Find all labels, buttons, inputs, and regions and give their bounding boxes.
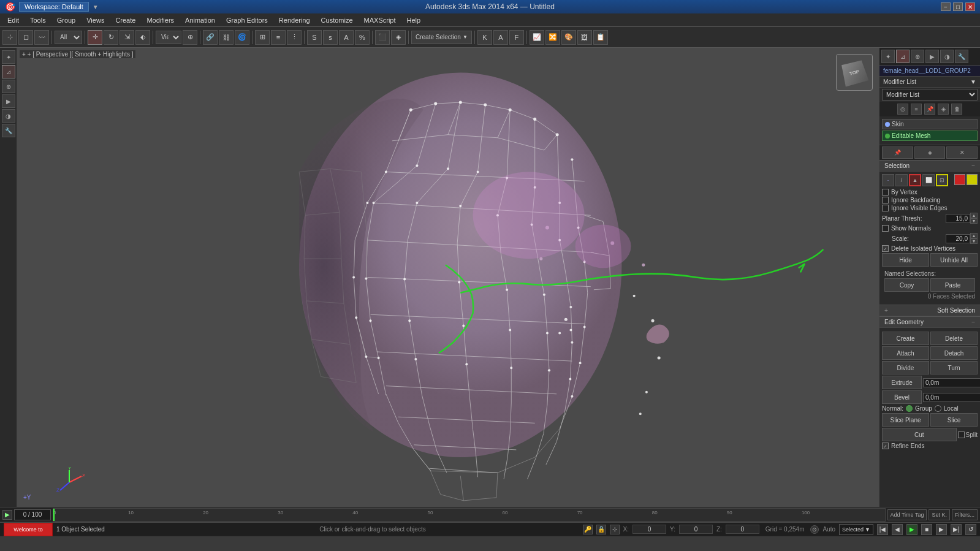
scale-down[interactable]: ▼ [970,238,978,244]
polygon-icon[interactable]: ⬜ [922,174,935,186]
mini-play-button[interactable]: ▶ [2,510,12,520]
attach-button[interactable]: Attach [882,346,929,360]
create-selection-button[interactable]: Create Selection ▼ [411,31,472,44]
freehand-select-tool[interactable]: 〰 [34,30,49,45]
stop-button[interactable]: ■ [921,524,932,535]
edit-geometry-header[interactable]: Edit Geometry − [879,316,980,328]
by-vertex-checkbox[interactable] [882,189,889,196]
select-scale-tool[interactable]: ⇲ [120,30,134,45]
ignore-visible-checkbox[interactable] [882,205,889,211]
bind-space-warp-tool[interactable]: 🌀 [235,30,249,45]
pin-stack-icon[interactable]: 📌 [924,104,935,115]
next-frame-button[interactable]: ▶ [936,524,947,535]
create-panel-icon[interactable]: ✦ [881,50,895,63]
stack-unique-btn[interactable]: ◈ [914,146,946,159]
copy-button[interactable]: Copy [884,278,929,292]
unhide-all-button[interactable]: Unhide All [930,253,978,267]
show-normals-checkbox[interactable] [882,225,889,232]
color-swatch-1[interactable] [954,174,965,185]
go-end-button[interactable]: ▶| [951,524,962,535]
go-start-button[interactable]: |◀ [877,524,888,535]
snap-toggle-3d[interactable]: S [307,30,322,45]
timeline-ruler[interactable]: 0 10 20 30 40 50 60 70 80 90 100 [53,508,886,522]
modifier-list-dropdown[interactable]: Modifier List [882,89,978,101]
scale-spinner[interactable]: ▲ ▼ [970,233,978,244]
menu-modifiers[interactable]: Modifiers [142,15,179,25]
viewport[interactable]: + + [ Perspective ][ Smooth + Highlights… [17,48,879,507]
snap-icon[interactable]: ⊹ [610,525,620,534]
navigation-cube[interactable]: TOP [836,54,873,91]
add-time-tag-button[interactable]: Add Time Tag [887,509,927,520]
planar-thresh-spinner[interactable]: ▲ ▼ [970,213,978,224]
ignore-backfacing-checkbox[interactable] [882,197,889,203]
y-coord[interactable]: 0 [679,525,713,534]
extrude-button[interactable]: Extrude [882,376,922,389]
motion-panel-icon[interactable]: ▶ [925,50,939,63]
x-coord[interactable]: 0 [632,525,666,534]
create-panel-btn[interactable]: ✦ [2,50,15,64]
bevel-button[interactable]: Bevel [882,390,922,404]
stack-remove-btn[interactable]: ✕ [946,146,978,159]
menu-animation[interactable]: Animation [180,15,220,25]
maximize-button[interactable]: □ [953,2,963,11]
menu-views[interactable]: Views [82,15,109,25]
use-pivot-tool[interactable]: ⊕ [183,30,197,45]
selected-dropdown[interactable]: Selected ▼ [839,524,873,535]
modifier-list-dropdown-icon[interactable]: ▼ [970,78,976,85]
slice-plane-button[interactable]: Slice Plane [882,413,929,427]
bevel-input[interactable] [923,393,980,402]
menu-maxscript[interactable]: MAXScript [359,15,401,25]
motion-panel-btn[interactable]: ▶ [2,94,15,108]
utilities-panel-btn[interactable]: 🔧 [2,124,15,137]
snap-toggle-2d[interactable]: s [323,30,338,45]
face-icon[interactable]: ▲ [909,174,921,186]
menu-rendering[interactable]: Rendering [274,15,315,25]
hierarchy-panel-icon[interactable]: ⊕ [911,50,924,63]
render-explorer-btn[interactable]: 🖼 [577,30,592,45]
display-panel-icon[interactable]: ◑ [940,50,954,63]
turn-button[interactable]: Turn [930,361,978,374]
make-unique-icon[interactable]: ◈ [938,104,949,115]
loop-button[interactable]: ↺ [965,524,976,535]
modify-panel-btn[interactable]: ⊿ [2,65,15,78]
soft-selection-header[interactable]: + Soft Selection [879,305,980,316]
menu-create[interactable]: Create [110,15,140,25]
menu-graph-editors[interactable]: Graph Editors [221,15,273,25]
menu-edit[interactable]: Edit [2,15,24,25]
animation-mode-icon[interactable]: 🔒 [596,525,606,534]
show-modifier-icon[interactable]: ◎ [897,104,908,115]
auto-key-btn[interactable]: A [493,30,508,45]
modify-panel-icon[interactable]: ⊿ [896,50,910,63]
paste-button[interactable]: Paste [930,278,975,292]
select-region-tool[interactable]: ◻ [18,30,33,45]
menu-customize[interactable]: Customize [316,15,358,25]
render-type-btn[interactable]: ⬛ [375,30,390,45]
detach-button[interactable]: Detach [930,346,978,360]
display-panel-btn[interactable]: ◑ [2,109,15,123]
hierarchy-panel-btn[interactable]: ⊕ [2,80,15,93]
set-key-area[interactable]: Set K. [929,509,950,520]
set-key-btn[interactable]: K [477,30,492,45]
extrude-input[interactable] [923,378,980,387]
select-move-tool[interactable]: ✛ [88,30,102,45]
planar-thresh-up[interactable]: ▲ [970,213,978,218]
material-editor-btn[interactable]: ◈ [391,30,406,45]
cut-button[interactable]: Cut [882,428,957,441]
select-link-tool[interactable]: 🔗 [203,30,218,45]
group-radio[interactable] [906,405,913,412]
menu-help[interactable]: Help [402,15,426,25]
workspace-label[interactable]: Workspace: Default [19,2,89,12]
stack-pin-btn[interactable]: 📌 [882,146,913,159]
refine-ends-checkbox[interactable] [882,443,889,449]
planar-thresh-down[interactable]: ▼ [970,218,978,224]
schematic-view-btn[interactable]: 🔀 [545,30,560,45]
menu-tools[interactable]: Tools [25,15,51,25]
percent-snap-toggle[interactable]: % [355,30,370,45]
filters-button[interactable]: Filters... [952,509,978,520]
material-browser-btn[interactable]: 🎨 [561,30,576,45]
split-checkbox[interactable] [958,431,965,438]
hide-button[interactable]: Hide [882,253,929,267]
create-button[interactable]: Create [882,332,929,345]
delete-button[interactable]: Delete [930,332,978,345]
element-icon[interactable]: ⊡ [936,174,948,186]
